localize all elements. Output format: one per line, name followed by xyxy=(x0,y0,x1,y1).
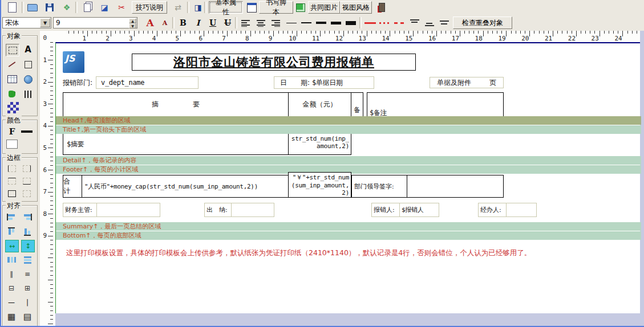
same-height-button[interactable]: ⊞ xyxy=(21,283,34,294)
border-right-button[interactable] xyxy=(21,164,33,173)
handler-value-box[interactable] xyxy=(506,203,537,217)
cut-button[interactable]: ✂ xyxy=(115,1,128,14)
copy-button[interactable] xyxy=(81,1,94,14)
valign-top-button[interactable] xyxy=(408,17,421,29)
header-remark-cell[interactable]: 备 xyxy=(351,92,363,117)
image-tool[interactable] xyxy=(22,73,34,85)
save-button[interactable] xyxy=(43,1,56,14)
date-field[interactable]: 日 期: $单据日期 xyxy=(274,76,374,89)
border-bottom-button[interactable] xyxy=(21,176,33,186)
table-layout-button[interactable]: ▤ xyxy=(21,311,34,322)
align-bottoms-button[interactable] xyxy=(21,226,34,237)
finance-value-box[interactable] xyxy=(96,203,160,217)
line-tool[interactable] xyxy=(6,59,18,70)
claimant-value-box[interactable]: $报销人 xyxy=(399,203,439,217)
align-left-edges-button[interactable] xyxy=(5,211,18,223)
check-overlap-button[interactable]: 检查重叠对象 xyxy=(453,17,512,29)
band-title[interactable]: Title↑,第一页抬头下面的区域 xyxy=(56,125,641,134)
border-top-button[interactable] xyxy=(6,176,18,186)
header-amount-cell[interactable]: 金额（元） xyxy=(288,92,351,117)
total-label-cell[interactable]: 合 计 xyxy=(63,175,82,198)
rectangle-tool[interactable] xyxy=(22,59,34,70)
fill-color-button[interactable] xyxy=(6,138,18,150)
handler-label-box[interactable]: 经办人: xyxy=(478,203,507,217)
detail-amount-cell[interactable]: str_std_num(inp_amount,2) xyxy=(288,133,351,155)
cashier-value-box[interactable] xyxy=(231,203,274,217)
center-vertical-button[interactable]: ↕ xyxy=(21,240,35,252)
border-all-button[interactable] xyxy=(6,189,18,198)
band-bottom[interactable]: Bottom↑，每页的底部区域 xyxy=(56,231,641,240)
equal-spacing-v-button[interactable]: ≡ xyxy=(21,268,34,280)
panel-toggle-button[interactable] xyxy=(245,1,258,14)
line-weight-5-button[interactable] xyxy=(345,17,357,29)
remark-field-cell[interactable]: $备注 xyxy=(367,92,504,117)
detail-summary-cell[interactable]: $摘要 xyxy=(63,133,289,155)
line-weight-4-button[interactable] xyxy=(330,17,342,29)
line-style-solid-button[interactable] xyxy=(364,17,376,29)
border-left-button[interactable] xyxy=(6,164,18,173)
line-color-button[interactable] xyxy=(21,126,33,137)
write-script-button[interactable]: 书写脚本 xyxy=(259,1,293,14)
border-none-button[interactable] xyxy=(21,189,33,198)
band-detail[interactable]: Detail↑，每条记录的内容 xyxy=(56,156,641,165)
dept-label[interactable]: 报销部门: xyxy=(63,78,92,88)
sprite-tool[interactable] xyxy=(6,88,18,100)
font-dropdown-arrow[interactable]: ▼ xyxy=(40,18,50,27)
line-weight-1-button[interactable] xyxy=(285,17,298,29)
line-weight-2-button[interactable] xyxy=(300,17,313,29)
template-page[interactable]: JS 洛阳市金山铸造有限公司费用报销单 报销部门: v_dept_name 日 … xyxy=(55,42,641,314)
vertical-line-button[interactable]: | xyxy=(21,297,34,308)
align-tops-button[interactable] xyxy=(5,226,18,237)
strikethrough-button[interactable]: U xyxy=(221,17,234,29)
font-color-button[interactable]: F xyxy=(6,126,18,137)
line-style-dashed-button[interactable] xyxy=(394,17,406,29)
band-summary[interactable]: Summary↑，最后一页总结的区域 xyxy=(56,222,641,231)
align-right-edges-button[interactable] xyxy=(21,211,34,223)
total-amount-cell[interactable]: "￥"+str_std_num(sum_inp_amount,2) xyxy=(288,172,351,198)
center-horizontal-button[interactable]: ↔ xyxy=(5,240,19,252)
cashier-label-box[interactable]: 出 纳: xyxy=(204,203,232,217)
finance-label-box[interactable]: 财务主管: xyxy=(63,203,97,217)
shared-images-button[interactable]: 共同图片 xyxy=(308,1,340,14)
basic-properties-button[interactable]: 基本属性 xyxy=(209,1,243,14)
underline-button[interactable]: U xyxy=(206,17,219,29)
font-size-input[interactable]: 9 ▲▼ xyxy=(53,17,137,28)
leader-sign-cell[interactable]: 部门领导签字: xyxy=(351,175,407,198)
swap-button[interactable]: ⇄ xyxy=(172,1,184,14)
barcode-tool[interactable] xyxy=(22,88,34,100)
band-head[interactable]: Head↑,每页顶部的区域 xyxy=(56,116,641,125)
grid-button[interactable]: ▦ xyxy=(5,311,18,322)
valign-bottom-button[interactable] xyxy=(423,17,436,29)
align-right-button[interactable] xyxy=(269,17,282,29)
line-style-dotted-button[interactable] xyxy=(379,17,391,29)
italic-button[interactable]: I xyxy=(192,17,204,29)
font-family-select[interactable]: 宋体 ▼ xyxy=(2,17,51,28)
exit-button[interactable] xyxy=(375,1,388,14)
image-tool-button[interactable] xyxy=(294,1,307,14)
dept-value-field[interactable]: v_dept_name xyxy=(96,76,199,89)
total-empty-cell[interactable] xyxy=(407,175,504,198)
report-title-box[interactable]: 洛阳市金山铸造有限公司费用报销单 xyxy=(132,54,416,71)
distribute-horizontal-button[interactable] xyxy=(5,254,18,265)
attach-box[interactable]: 单据及附件 页 xyxy=(430,77,504,88)
align-left-button[interactable] xyxy=(240,17,252,29)
select-tool[interactable] xyxy=(6,44,19,56)
same-width-button[interactable]: ⊟ xyxy=(5,283,18,294)
spin-down-icon[interactable]: ▼ xyxy=(129,23,136,28)
decrease-font-button[interactable]: A xyxy=(159,17,171,29)
bold-button[interactable]: B xyxy=(177,17,189,29)
line-weight-3-button[interactable] xyxy=(315,17,327,29)
qrcode-tool[interactable] xyxy=(6,101,21,115)
template-note[interactable]: 这里打印模板设置，具体的打印模板会上传供参考，默认纸张为凭证打印纸（2410*1… xyxy=(66,248,531,258)
print-preview-button[interactable]: ❖ xyxy=(60,1,73,14)
paste-button[interactable]: ◪ xyxy=(98,1,111,14)
tips-button[interactable]: 技巧说明 xyxy=(132,1,167,14)
company-logo[interactable]: JS xyxy=(63,51,84,73)
spin-up-icon[interactable]: ▲ xyxy=(129,18,136,23)
view-style-button[interactable]: 视图风格 xyxy=(340,1,372,14)
open-file-button[interactable] xyxy=(26,1,39,14)
increase-font-button[interactable]: A xyxy=(144,17,156,29)
total-chinese-cell[interactable]: "人民币"+money_cap(str_std_num(sum_inp_amou… xyxy=(82,175,289,198)
header-summary-cell[interactable]: 摘 要 xyxy=(63,92,289,117)
valign-middle-button[interactable] xyxy=(438,17,451,29)
